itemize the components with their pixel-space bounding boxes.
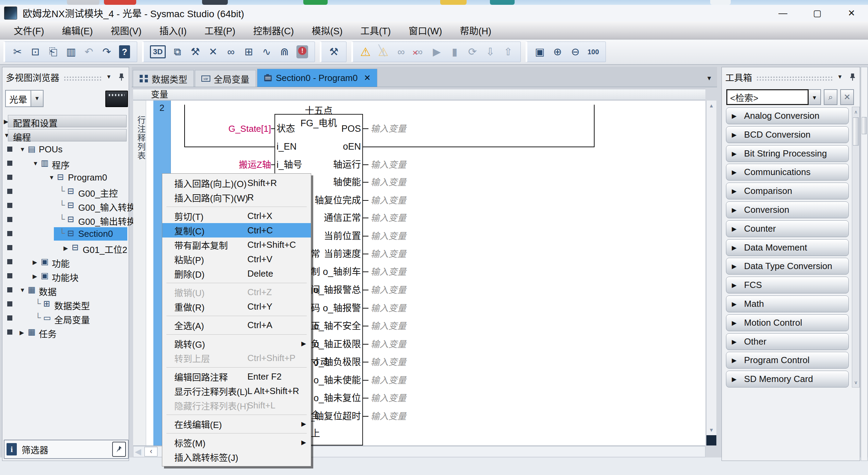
menu-item-5[interactable]: 工程(P) <box>196 22 244 39</box>
menu-item-9[interactable]: 窗口(W) <box>400 22 451 39</box>
output-placeholder[interactable]: 输入变量 <box>371 339 406 350</box>
device-dropdown-icon[interactable]: ▼ <box>31 91 43 106</box>
3d-view-icon[interactable]: 3D <box>150 45 166 58</box>
expander-icon[interactable]: ▼ <box>20 146 25 153</box>
context-menu-item-6[interactable]: 粘贴(P)Ctrl+V <box>162 252 311 266</box>
context-menu-item-11[interactable]: 跳转(G)▶ <box>162 336 311 351</box>
pin-icon[interactable] <box>118 73 125 81</box>
scroll-thumb[interactable] <box>862 117 867 134</box>
chevron-down-icon[interactable]: ▼ <box>837 74 843 80</box>
tab-close-icon[interactable]: ✕ <box>364 73 371 83</box>
scroll-thumb[interactable] <box>853 117 859 146</box>
row-comment-column[interactable]: 行注释列表 <box>133 101 146 445</box>
tree-item-任务[interactable]: ▶▦任务 <box>2 325 129 339</box>
expander-icon[interactable]: ▶ <box>63 245 68 252</box>
output-placeholder[interactable]: 输入变量 <box>371 375 406 386</box>
toolbox-category-motion-control[interactable]: ▶Motion Control <box>726 314 849 331</box>
toolbox-category-counter[interactable]: ▶Counter <box>726 220 849 237</box>
toolbox-category-fcs[interactable]: ▶FCS <box>726 277 849 293</box>
output-placeholder[interactable]: 输入变量 <box>371 321 406 332</box>
pin-icon[interactable] <box>849 73 856 81</box>
download-icon[interactable]: ⇩ <box>481 47 499 57</box>
toolbox-category-communications[interactable]: ▶Communications <box>726 164 849 181</box>
context-menu-item-2[interactable]: 插入回路(向下)(W)R <box>162 190 311 205</box>
filter-bar[interactable]: i 筛选器 <box>4 440 129 459</box>
tree-item-POUs[interactable]: ▼▤POUs <box>2 142 129 157</box>
delete-icon[interactable]: ▥ <box>62 47 80 57</box>
warning-icon[interactable]: ⚠ <box>356 46 374 58</box>
expander-icon[interactable]: ▼ <box>49 174 55 181</box>
scroll-down-icon[interactable]: ∨ <box>852 378 859 387</box>
sync-icon[interactable]: ⟳ <box>464 47 481 57</box>
toolbox-category-bit-string-processing[interactable]: ▶Bit String Processing <box>726 145 849 162</box>
minimize-button[interactable]: — <box>776 8 790 19</box>
menu-item-6[interactable]: 控制器(C) <box>244 22 303 39</box>
scroll-up-icon[interactable]: ∧ <box>852 107 859 117</box>
menu-item-3[interactable]: 视图(V) <box>102 22 150 39</box>
context-menu-item-9[interactable]: 重做(R)Ctrl+Y <box>162 299 311 314</box>
toolbox-category-comparison[interactable]: ▶Comparison <box>726 183 849 199</box>
output-placeholder[interactable]: 输入变量 <box>371 231 406 242</box>
search-dropdown-icon[interactable]: ▼ <box>809 89 821 105</box>
toolbox-scrollbar[interactable]: ∧ ∨ <box>852 107 860 387</box>
context-menu-item-14[interactable]: 显示行注释列表(L)L Alt+Shift+R <box>162 384 311 398</box>
output-placeholder[interactable]: 输入变量 <box>371 177 406 188</box>
tree-item-Section0[interactable]: └⊟Section0 <box>2 227 129 241</box>
device-selector[interactable]: 光晕 ▼ <box>5 90 44 107</box>
editor-vertical-scrollbar[interactable]: ▲ ▼ <box>706 101 716 445</box>
stop-icon[interactable]: ▮ <box>446 47 464 57</box>
cut-icon[interactable]: ✂ <box>9 47 26 57</box>
output-placeholder[interactable]: 输入变量 <box>371 393 406 404</box>
toolbox-search-input[interactable] <box>726 89 809 105</box>
output-placeholder[interactable]: 输入变量 <box>371 195 406 206</box>
tree-item-G00_输入转换[interactable]: └⊟G00_输入转换 <box>2 199 129 213</box>
paste-icon[interactable]: ⎗ <box>44 47 62 57</box>
tree-item-G00_主控[interactable]: └⊟G00_主控 <box>2 185 129 199</box>
expander-icon[interactable]: ▼ <box>20 287 25 294</box>
output-placeholder[interactable]: 输入变量 <box>371 266 406 277</box>
clear-search-icon[interactable]: ✕ <box>840 89 854 105</box>
output-placeholder[interactable]: 输入变量 <box>371 248 406 259</box>
menu-item-1[interactable]: 文件(F) <box>5 22 53 39</box>
search-icon[interactable]: ⌕ <box>824 89 837 105</box>
rebuild-icon[interactable]: ⚒ <box>325 47 343 57</box>
zoom-out-icon[interactable]: ⊖ <box>566 47 584 57</box>
menu-item-10[interactable]: 帮助(H) <box>451 22 500 39</box>
undo-icon[interactable]: ↶ <box>80 47 98 57</box>
context-menu-item-10[interactable]: 全选(A)Ctrl+A <box>162 318 311 332</box>
output-placeholder[interactable]: 输入变量 <box>371 159 406 170</box>
toolbox-category-data-type-conversion[interactable]: ▶Data Type Conversion <box>726 258 849 275</box>
input-variable-搬运Z轴[interactable]: 搬运Z轴 <box>189 159 271 170</box>
toolbox-category-program-control[interactable]: ▶Program Control <box>726 352 849 369</box>
maximize-button[interactable]: ▢ <box>810 8 824 19</box>
menu-item-8[interactable]: 工具(T) <box>351 22 399 39</box>
watch-table-icon[interactable]: ⊞ <box>240 47 258 57</box>
close-button[interactable]: ✕ <box>845 8 858 19</box>
toolbox-category-bcd-conversion[interactable]: ▶BCD Conversion <box>726 126 849 143</box>
tree-item-功能块[interactable]: ▶▣功能块 <box>2 269 129 283</box>
toolbox-category-other[interactable]: ▶Other <box>726 333 849 350</box>
context-menu-item-17[interactable]: 标签(M)▶ <box>162 435 311 450</box>
output-placeholder[interactable]: 输入变量 <box>371 411 406 422</box>
menu-item-7[interactable]: 模拟(S) <box>303 22 351 39</box>
toolbox-category-analog-conversion[interactable]: ▶Analog Conversion <box>726 107 849 124</box>
window-layout-icon[interactable]: ⧉ <box>168 47 186 57</box>
output-placeholder[interactable]: 输入变量 <box>371 212 406 223</box>
monitor-icon[interactable]: ∞ <box>392 47 410 57</box>
toolbox-outer-scrollbar[interactable] <box>861 67 868 461</box>
upload-icon[interactable]: ⇧ <box>499 47 517 57</box>
warning-off-icon[interactable]: ⚠ <box>374 46 392 58</box>
output-placeholder[interactable]: 输入变量 <box>371 303 406 314</box>
output-placeholder[interactable]: 输入变量 <box>371 123 406 134</box>
tree-item-数据[interactable]: ▼▦数据 <box>2 283 129 297</box>
watch-icon[interactable]: ∞ <box>222 47 240 57</box>
expander-icon[interactable]: ▶ <box>33 259 37 266</box>
tab-2[interactable]: var全局变量 <box>195 70 256 87</box>
output-placeholder[interactable]: 输入变量 <box>371 357 406 368</box>
monitor-off-icon[interactable]: ∞ <box>410 47 428 57</box>
expander-icon[interactable]: ▶ <box>20 329 24 336</box>
context-menu-item-18[interactable]: 插入跳转标签(J) <box>162 450 311 464</box>
tree-item-Program0[interactable]: ▼⊟Program0 <box>2 171 129 185</box>
tree-item-配置和设置[interactable]: ▶配置和设置 <box>2 114 129 128</box>
scroll-down-icon[interactable]: ▼ <box>706 425 716 435</box>
